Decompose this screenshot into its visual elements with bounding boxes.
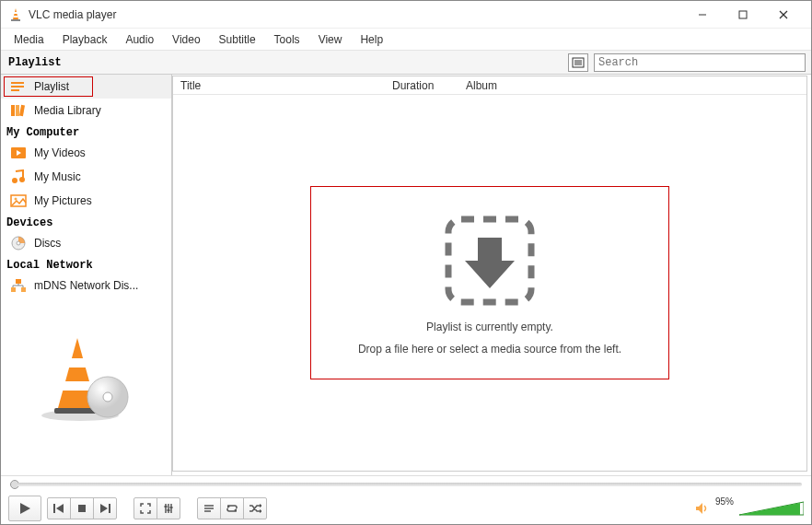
sidebar-item-label: Media Library xyxy=(34,104,101,117)
svg-rect-3 xyxy=(11,19,20,21)
menu-video[interactable]: Video xyxy=(165,30,207,49)
sidebar-header-mycomputer: My Computer xyxy=(1,122,171,141)
column-title[interactable]: Title xyxy=(173,77,385,94)
svg-rect-2 xyxy=(14,16,18,18)
minimize-button[interactable] xyxy=(682,2,723,28)
playlist-body[interactable]: Playlist is currently empty. Drop a file… xyxy=(173,95,806,471)
volume-control[interactable]: 95% xyxy=(695,499,804,518)
sidebar-item-myvideos[interactable]: My Videos xyxy=(1,141,171,165)
menubar: Media Playback Audio Video Subtitle Tool… xyxy=(1,29,811,51)
network-icon xyxy=(10,301,27,318)
sidebar-thumbnail xyxy=(1,321,171,432)
menu-audio[interactable]: Audio xyxy=(118,30,161,49)
playlist-header-row: Playlist xyxy=(1,51,811,75)
stop-button[interactable] xyxy=(70,497,94,519)
playlist-toggle-button[interactable] xyxy=(197,497,221,519)
svg-rect-15 xyxy=(11,105,15,116)
sidebar-item-playlist[interactable]: Playlist xyxy=(1,75,171,99)
playlist-pane: Title Duration Album Playlist is current… xyxy=(172,76,807,472)
menu-playback[interactable]: Playback xyxy=(55,30,115,49)
svg-point-39 xyxy=(103,392,112,402)
svg-marker-61 xyxy=(696,503,702,514)
pictures-icon xyxy=(10,192,27,209)
video-icon xyxy=(10,145,27,161)
svg-marker-59 xyxy=(260,504,261,508)
svg-rect-28 xyxy=(21,287,26,292)
svg-marker-46 xyxy=(100,504,108,513)
svg-rect-53 xyxy=(170,507,173,508)
sidebar-header-localnetwork: Local Network xyxy=(1,255,171,274)
menu-view[interactable]: View xyxy=(311,30,350,49)
svg-marker-44 xyxy=(56,504,64,513)
svg-point-21 xyxy=(19,177,25,182)
search-input[interactable] xyxy=(594,53,806,72)
svg-rect-27 xyxy=(11,287,16,292)
play-button[interactable] xyxy=(8,496,41,521)
volume-percent: 95% xyxy=(715,496,734,507)
menu-help[interactable]: Help xyxy=(353,30,390,49)
svg-marker-42 xyxy=(20,503,30,514)
svg-rect-52 xyxy=(168,509,170,511)
sidebar-item-label: Discs xyxy=(34,237,61,250)
sidebar-item-label: My Pictures xyxy=(34,194,92,207)
svg-rect-35 xyxy=(65,358,89,368)
window-title: VLC media player xyxy=(29,8,682,21)
fullscreen-button[interactable] xyxy=(133,497,157,519)
svg-rect-26 xyxy=(16,279,21,284)
sidebar-item-label: My Videos xyxy=(34,146,86,159)
svg-rect-5 xyxy=(739,11,747,18)
music-icon xyxy=(10,169,27,185)
sidebar: Playlist Media Library My Computer My Vi… xyxy=(1,75,172,475)
medialib-icon xyxy=(10,102,27,119)
svg-rect-36 xyxy=(62,381,93,391)
maximize-button[interactable] xyxy=(723,2,763,28)
shuffle-button[interactable] xyxy=(243,497,267,519)
sidebar-item-mymusic[interactable]: My Music xyxy=(1,165,171,189)
svg-rect-47 xyxy=(109,504,110,513)
sidebar-item-mdns[interactable]: mDNS Network Dis... xyxy=(1,274,171,298)
column-duration[interactable]: Duration xyxy=(385,77,458,94)
sidebar-item-label: Playlist xyxy=(34,80,69,93)
svg-rect-1 xyxy=(13,12,18,14)
sidebar-item-discs[interactable]: Discs xyxy=(1,231,171,255)
svg-marker-60 xyxy=(260,509,261,513)
playlist-header-label: Playlist xyxy=(1,56,568,69)
extended-settings-button[interactable] xyxy=(157,497,180,519)
seek-track xyxy=(17,483,802,486)
footer: 95% xyxy=(1,475,811,524)
column-headers: Title Duration Album xyxy=(173,76,806,95)
speaker-icon xyxy=(695,502,710,515)
svg-rect-16 xyxy=(16,105,19,116)
sidebar-item-medialibrary[interactable]: Media Library xyxy=(1,99,171,122)
menu-subtitle[interactable]: Subtitle xyxy=(212,30,263,49)
svg-rect-45 xyxy=(78,505,86,512)
menu-tools[interactable]: Tools xyxy=(267,30,307,49)
svg-point-25 xyxy=(17,241,20,245)
volume-slider[interactable] xyxy=(739,499,804,518)
svg-rect-51 xyxy=(165,506,168,508)
column-album[interactable]: Album xyxy=(458,77,505,94)
app-icon xyxy=(8,7,23,22)
seek-bar[interactable] xyxy=(1,476,811,493)
sidebar-item-label: My Music xyxy=(34,170,81,183)
previous-button[interactable] xyxy=(47,497,71,519)
view-mode-button[interactable] xyxy=(568,53,588,72)
menu-media[interactable]: Media xyxy=(6,30,52,49)
disc-icon xyxy=(10,235,27,251)
loop-button[interactable] xyxy=(220,497,244,519)
svg-rect-43 xyxy=(53,504,55,513)
sidebar-item-label: mDNS Network Dis... xyxy=(34,279,138,292)
titlebar: VLC media player xyxy=(1,1,811,29)
sidebar-item-truncated[interactable] xyxy=(1,298,171,321)
sidebar-header-devices: Devices xyxy=(1,213,171,231)
sidebar-item-mypictures[interactable]: My Pictures xyxy=(1,189,171,213)
svg-point-20 xyxy=(12,178,17,183)
annotation-highlight-main xyxy=(310,186,669,379)
next-button[interactable] xyxy=(93,497,117,519)
svg-rect-17 xyxy=(19,105,25,117)
close-button[interactable] xyxy=(763,2,804,28)
network-icon xyxy=(10,277,27,294)
playlist-icon xyxy=(10,78,27,95)
